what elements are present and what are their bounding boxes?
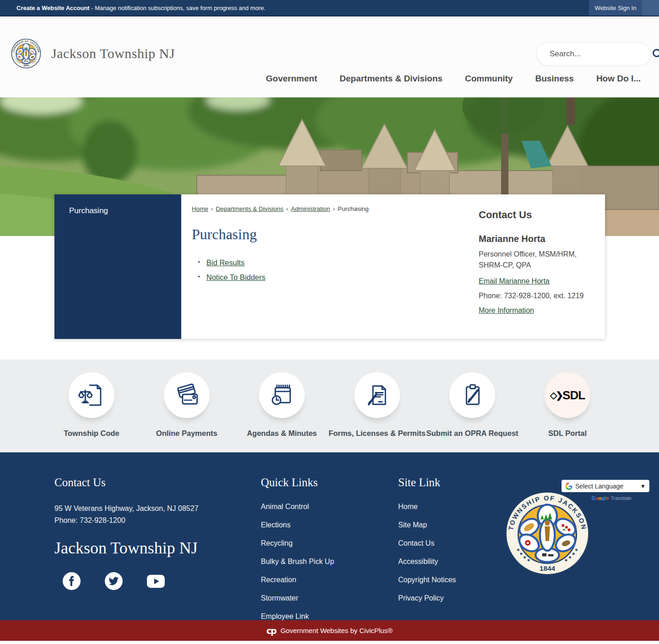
quick-links-section: Township Code Online Payments — [0, 360, 659, 452]
breadcrumb-current: Purchasing — [338, 205, 369, 212]
bottom-strip: –––– — [0, 641, 659, 644]
scales-document-icon — [78, 382, 105, 408]
content-panel: Purchasing Home›Departments & Divisions›… — [54, 194, 605, 339]
clipboard-pencil-icon — [459, 382, 486, 408]
website-sign-in-button[interactable]: Website Sign In — [589, 0, 642, 16]
nav-how-do-i[interactable]: How Do I... — [596, 74, 641, 84]
footer-quick-links-column: Quick Links Animal Control Elections Rec… — [261, 476, 398, 620]
footer-link-elections[interactable]: Elections — [261, 521, 291, 529]
footer-link-site-map[interactable]: Site Map — [398, 521, 427, 529]
footer-address: 95 W Veterans Highway, Jackson, NJ 08527 — [54, 504, 199, 512]
civicplus-bar: cp Government Websites by CivicPlus® — [0, 620, 659, 641]
nav-government[interactable]: Government — [266, 74, 317, 84]
chevron-down-icon: ▼ — [640, 483, 646, 489]
footer-link-recycling[interactable]: Recycling — [261, 539, 292, 547]
footer-link-bulky-brush[interactable]: Bulky & Brush Pick Up — [261, 558, 334, 565]
utility-bar: Create a Website Account - Manage notifi… — [0, 0, 659, 16]
google-translate-attribution: Google Translate — [592, 495, 632, 501]
youtube-icon[interactable] — [147, 572, 165, 590]
site-link-heading: Site Link — [398, 476, 517, 489]
notice-to-bidders-link[interactable]: Notice To Bidders — [206, 273, 265, 281]
search-icon[interactable] — [652, 48, 659, 60]
google-g-icon — [565, 483, 573, 490]
quicklink-sdl-portal[interactable]: ◇❯SDL SDL Portal — [522, 372, 613, 438]
footer-contact-heading: Contact Us — [54, 476, 261, 489]
nav-departments-divisions[interactable]: Departments & Divisions — [340, 74, 443, 84]
footer-link-stormwater[interactable]: Stormwater — [261, 594, 298, 602]
breadcrumb-administration[interactable]: Administration — [291, 205, 330, 212]
site-header: Jackson Township NJ Government Departmen… — [0, 16, 659, 97]
email-contact-link[interactable]: Email Marianne Horta — [479, 277, 550, 285]
footer: Contact Us 95 W Veterans Highway, Jackso… — [0, 452, 659, 620]
contact-role: Personnel Officer, MSM/HRM, SHRM-CP, QPA — [479, 249, 592, 271]
left-nav-panel: Purchasing — [54, 194, 181, 339]
main-navigation: Government Departments & Divisions Commu… — [266, 74, 641, 84]
nav-community[interactable]: Community — [465, 74, 513, 84]
footer-link-employee[interactable]: Employee Link — [261, 612, 309, 620]
civicplus-link[interactable]: Government Websites by CivicPlus® — [281, 627, 393, 634]
breadcrumb: Home›Departments & Divisions›Administrat… — [192, 205, 479, 212]
nav-business[interactable]: Business — [535, 74, 573, 84]
sign-in-edge-decoration — [642, 0, 659, 16]
page: Create a Website Account - Manage notifi… — [0, 0, 659, 644]
list-item: Notice To Bidders — [206, 273, 479, 282]
contact-us-panel: Contact Us Marianne Horta Personnel Offi… — [479, 205, 592, 328]
contact-phone: Phone: 732-928-1200, ext. 1219 — [479, 292, 592, 300]
footer-link-copyright[interactable]: Copyright Notices — [398, 576, 456, 584]
quicklink-forms-licenses-permits[interactable]: Forms, Licenses & Permits — [331, 372, 423, 438]
breadcrumb-home[interactable]: Home — [192, 205, 208, 212]
content-band: Purchasing Home›Departments & Divisions›… — [0, 194, 659, 360]
civicplus-logo-icon: cp — [266, 626, 276, 636]
page-title: Purchasing — [192, 226, 479, 243]
account-message: Create a Website Account - Manage notifi… — [0, 5, 265, 11]
page-link-list: Bid Results Notice To Bidders — [198, 258, 479, 282]
footer-link-recreation[interactable]: Recreation — [261, 576, 296, 584]
breadcrumb-separator: › — [333, 205, 335, 212]
document-pen-icon — [364, 382, 390, 408]
footer-link-animal-control[interactable]: Animal Control — [261, 503, 309, 510]
credit-cards-icon — [173, 382, 200, 408]
township-seal-large — [504, 490, 591, 577]
search-input[interactable] — [549, 49, 652, 59]
site-logo-link[interactable]: Jackson Township NJ — [11, 38, 175, 69]
more-information-link[interactable]: More Information — [479, 306, 534, 314]
footer-site-links-column: Site Link Home Site Map Contact Us Acces… — [398, 476, 517, 620]
footer-link-contact-us[interactable]: Contact Us — [398, 539, 434, 547]
quicklink-township-code[interactable]: Township Code — [46, 372, 137, 438]
contact-heading: Contact Us — [479, 209, 592, 221]
main-content-panel: Home›Departments & Divisions›Administrat… — [181, 194, 605, 339]
sdl-logo: ◇❯SDL — [550, 388, 585, 402]
bid-results-link[interactable]: Bid Results — [206, 258, 244, 267]
contact-name: Marianne Horta — [479, 234, 592, 244]
footer-phone: Phone: 732-928-1200 — [54, 516, 125, 524]
sidebar-item-purchasing[interactable]: Purchasing — [69, 206, 172, 215]
breadcrumb-separator: › — [211, 205, 213, 212]
footer-link-home[interactable]: Home — [398, 503, 418, 510]
create-account-link[interactable]: Create a Website Account — [16, 5, 90, 11]
footer-contact-column: Contact Us 95 W Veterans Highway, Jackso… — [54, 476, 261, 620]
site-title: Jackson Township NJ — [51, 46, 175, 61]
twitter-icon[interactable] — [105, 572, 123, 590]
township-seal-logo — [11, 38, 41, 69]
calendar-clock-icon — [269, 382, 295, 408]
quicklink-opra-request[interactable]: Submit an OPRA Request — [427, 372, 518, 438]
breadcrumb-separator: › — [286, 205, 288, 212]
breadcrumb-departments[interactable]: Departments & Divisions — [216, 205, 284, 212]
social-links — [63, 572, 261, 590]
search-box — [536, 42, 651, 66]
facebook-icon[interactable] — [63, 572, 81, 590]
account-message-rest: - Manage notification subscriptions, sav… — [90, 5, 265, 11]
translate-label: Select Language — [575, 483, 623, 490]
footer-link-accessibility[interactable]: Accessibility — [398, 558, 438, 565]
footer-site-name: Jackson Township NJ — [54, 538, 261, 558]
quick-links-heading: Quick Links — [261, 476, 398, 489]
footer-link-privacy[interactable]: Privacy Policy — [398, 594, 444, 602]
main-content: Home›Departments & Divisions›Administrat… — [192, 205, 479, 328]
list-item: Bid Results — [206, 258, 479, 267]
quicklink-agendas-minutes[interactable]: Agendas & Minutes — [236, 372, 328, 438]
quicklink-online-payments[interactable]: Online Payments — [141, 372, 232, 438]
